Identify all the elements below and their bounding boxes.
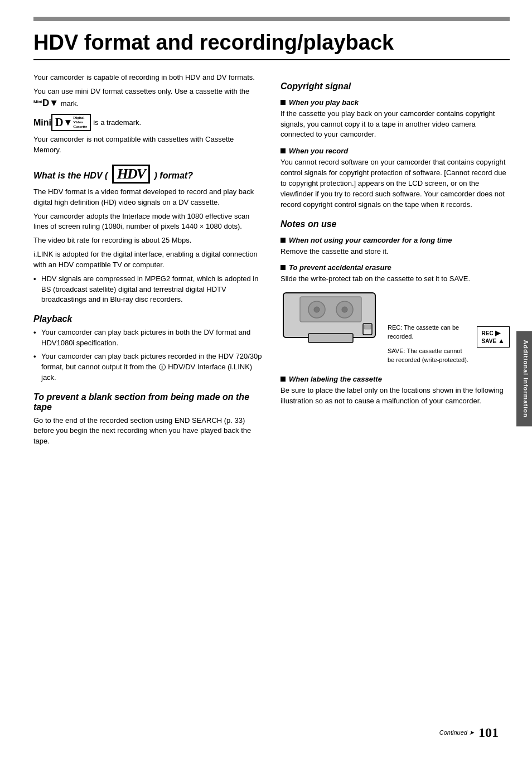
hdv-bullet-text: HDV signals are compressed in MPEG2 form… (41, 274, 263, 306)
left-column: Your camcorder is capable of recording i… (33, 73, 263, 450)
rec-text: REC (482, 330, 494, 336)
right-column: Copyright signal When you play back If t… (280, 73, 510, 450)
playback-bullet-1: • Your camcorder can play back pictures … (33, 327, 263, 349)
prevent-accidental-text: Slide the write-protect tab on the casse… (280, 274, 510, 285)
square-bullet-icon-3 (280, 238, 286, 243)
prevent-blank-text: Go to the end of the recorded section us… (33, 416, 263, 447)
trademark-text: is a trademark. (93, 118, 141, 127)
playback-heading: Playback (33, 314, 263, 324)
rec-arrow: ▶ (495, 329, 500, 337)
prevent-blank-heading: To prevent a blank section from being ma… (33, 392, 263, 412)
when-play-back-text: If the cassette you play back on your ca… (280, 109, 510, 141)
copyright-heading: Copyright signal (280, 81, 510, 91)
when-play-back-subhead: When you play back (280, 98, 510, 107)
when-record-subhead: When you record (280, 147, 510, 155)
hdv-p2: Your camcorder adopts the Interlace mode… (33, 211, 263, 233)
cassette-illustration (280, 290, 381, 351)
what-is-hdv-heading: What is the HDV ( HDV ) format? (33, 165, 263, 184)
playback-bullet-1-text: Your camcorder can play back pictures in… (41, 327, 263, 349)
intro-p4: Your camcorder is not compatible with ca… (33, 134, 263, 156)
top-bar (33, 17, 510, 21)
cassette-diagram-area: REC: The cassette can be recorded. SAVE:… (280, 290, 510, 368)
ilink-icon: i (159, 364, 166, 370)
hdv-logo: HDV (112, 165, 150, 184)
prevent-accidental-subhead: To prevent accidental erasure (280, 263, 510, 272)
hdv-p1: The HDV format is a video format develop… (33, 187, 263, 208)
playback-bullet-2: • Your camcorder can play back pictures … (33, 351, 263, 383)
bullet-dot-2: • (33, 327, 41, 349)
bullet-dot-3: • (33, 351, 41, 383)
svg-rect-8 (364, 325, 371, 329)
save-arrow: ▲ (498, 337, 505, 345)
hdv-p3: The video bit rate for recording is abou… (33, 235, 263, 246)
page-footer: Continued ➤ 101 (439, 725, 499, 740)
when-not-using-text: Remove the cassette and store it. (280, 247, 510, 257)
cassette-svg (280, 290, 381, 353)
when-record-text: You cannot record software on your camco… (280, 157, 510, 210)
save-label: SAVE: The cassette cannot be recorded (w… (388, 347, 470, 365)
trademark-block: Mini D▼ DigitalVideoCassette is a tradem… (33, 114, 263, 131)
hdv-bullet-1: • HDV signals are compressed in MPEG2 fo… (33, 274, 263, 306)
when-labeling-text: Be sure to place the label only on the l… (280, 385, 510, 407)
save-text: SAVE (482, 338, 497, 344)
page-number: 101 (478, 725, 499, 740)
square-bullet-icon (280, 100, 286, 105)
continued-text: Continued ➤ (439, 729, 474, 736)
intro-p2: You can use mini DV format cassettes onl… (33, 86, 263, 110)
when-labeling-subhead: When labeling the cassette (280, 375, 510, 383)
notes-on-use-heading: Notes on use (280, 219, 510, 229)
svg-rect-6 (308, 334, 353, 343)
when-not-using-subhead: When not using your camcorder for a long… (280, 236, 510, 244)
svg-point-3 (314, 307, 320, 312)
svg-point-5 (342, 307, 347, 312)
side-tab: Additional Information (516, 331, 532, 426)
intro-p1: Your camcorder is capable of recording i… (33, 73, 263, 83)
page: HDV format and recording/playback Your c… (0, 0, 532, 757)
rec-label: REC: The cassette can be recorded. (388, 324, 470, 341)
playback-bullet-2-text: Your camcorder can play back pictures re… (41, 351, 263, 383)
square-bullet-icon-5 (280, 377, 286, 382)
rec-save-labels: REC: The cassette can be recorded. SAVE:… (388, 290, 470, 368)
dv-trademark-logo: D▼ DigitalVideoCassette (51, 114, 91, 131)
rec-save-box: REC ▶ SAVE ▲ (477, 326, 510, 348)
hdv-p4: i.LINK is adopted for the digital interf… (33, 249, 263, 271)
square-bullet-icon-4 (280, 265, 286, 270)
rec-save-box-container: REC ▶ SAVE ▲ (477, 290, 510, 348)
square-bullet-icon-2 (280, 148, 286, 153)
page-title: HDV format and recording/playback (33, 31, 510, 60)
two-column-layout: Your camcorder is capable of recording i… (33, 73, 510, 450)
bullet-dot: • (33, 274, 41, 306)
